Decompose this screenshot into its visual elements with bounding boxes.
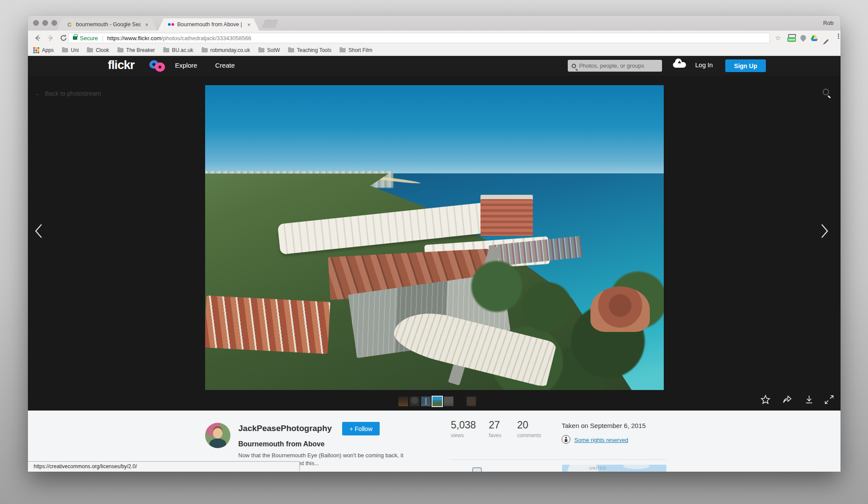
minimize-window-button[interactable] [42, 20, 48, 26]
extension-screenshot-icon[interactable]: new [787, 37, 796, 42]
photo-description-line1: Now that the Bournemouth Eye (Balloon) w… [238, 452, 403, 459]
flickr-header: flickr Explore Create Log In Sign Up [28, 56, 841, 76]
browser-menu-icon[interactable]: ⋮ [835, 35, 838, 43]
apps-grid-icon [33, 47, 39, 53]
bookmark-folder-sotw[interactable]: SotW [258, 47, 280, 53]
donuts-icon [149, 60, 168, 72]
bookmark-folder-clook[interactable]: Clook [87, 47, 109, 53]
tab-close-icon[interactable]: × [145, 22, 148, 28]
search-input[interactable] [579, 62, 653, 69]
thumbnail[interactable] [455, 397, 465, 406]
owner-avatar[interactable] [205, 423, 230, 448]
zoom-window-button[interactable] [51, 20, 57, 26]
photo-sky [205, 85, 664, 180]
share-icon[interactable] [782, 394, 793, 407]
address-bar[interactable]: Secure | https://www.flickr.com/photos/c… [68, 33, 770, 43]
bookmark-folder-teaching-tools[interactable]: Teaching Tools [288, 47, 331, 53]
map-label: UNITED [589, 466, 607, 470]
page-search-icon[interactable] [823, 89, 829, 95]
status-url-text: https://creativecommons.org/licenses/by/… [34, 463, 137, 469]
flickr-search-box[interactable] [568, 60, 662, 72]
chrome-profile-name[interactable]: Rob [823, 20, 834, 26]
extension-eyedropper-icon[interactable] [823, 34, 832, 42]
tab-google-search[interactable]: G bournemouth - Google Search × [57, 18, 157, 31]
photo-title: Bournemouth from Above [238, 440, 325, 448]
photo-red-tower [480, 195, 533, 236]
bookmark-folder-robmunday[interactable]: robmunday.co.uk [202, 47, 250, 53]
bookmark-folder-uni[interactable]: Uni [62, 47, 79, 53]
comments-value: 20 [517, 419, 541, 431]
taken-date: Taken on September 6, 2015 [562, 422, 646, 429]
bookmark-star-icon[interactable]: ☆ [775, 34, 781, 42]
photo-stage: ← Back to photostream [28, 76, 841, 411]
bookmark-folder-the-breaker[interactable]: The Breaker [117, 47, 155, 53]
thumbnail[interactable] [467, 397, 476, 406]
thumbnail[interactable] [398, 397, 408, 406]
extension-drive-icon[interactable] [811, 35, 820, 43]
views-stat: 5,038 views [451, 419, 476, 438]
thumbnail-strip [398, 397, 476, 406]
login-link[interactable]: Log In [695, 62, 713, 69]
page-content: flickr Explore Create Log In Sign Up ← [28, 56, 841, 472]
owner-name[interactable]: JackPeasePhotography [238, 424, 332, 433]
google-favicon-icon: G [66, 21, 73, 28]
bookmark-apps[interactable]: Apps [33, 47, 54, 53]
thumbnail-current[interactable] [432, 397, 442, 406]
new-tab-button[interactable] [262, 20, 278, 28]
secure-label: Secure [80, 35, 98, 41]
faves-value: 27 [489, 419, 501, 431]
back-to-photostream-link[interactable]: ← Back to photostream [35, 90, 101, 97]
url-path: /photos/cathedraljack/33343058566 [161, 35, 251, 41]
desktop: G bournemouth - Google Search × Bournemo… [0, 0, 868, 504]
nav-explore[interactable]: Explore [175, 62, 197, 69]
fullscreen-icon[interactable] [824, 394, 834, 407]
thumbnail[interactable] [444, 397, 453, 406]
back-link-label: Back to photostream [45, 90, 101, 97]
map-landmass [623, 465, 649, 469]
close-window-button[interactable] [33, 20, 39, 26]
extension-pin-icon[interactable] [799, 34, 807, 41]
nav-create[interactable]: Create [215, 62, 235, 69]
folder-icon [62, 48, 68, 52]
signup-button[interactable]: Sign Up [725, 59, 766, 72]
main-photo[interactable] [205, 85, 664, 390]
forward-icon[interactable] [46, 34, 55, 42]
bookmark-label: The Breaker [126, 47, 155, 53]
follow-button[interactable]: + Follow [342, 422, 380, 435]
divider [450, 459, 666, 460]
bookmark-label: Short Film [348, 47, 372, 53]
bookmark-folder-bu-ac-uk[interactable]: BU.ac.uk [163, 47, 193, 53]
folder-icon [87, 48, 93, 52]
status-url-bubble: https://creativecommons.org/licenses/by/… [28, 461, 300, 471]
previous-photo-button[interactable] [33, 223, 45, 239]
folder-icon [340, 48, 346, 52]
license-link[interactable]: Some rights reserved [574, 437, 628, 443]
favorite-star-icon[interactable] [760, 394, 771, 407]
location-map[interactable]: UNITED [562, 465, 666, 472]
folder-icon [202, 48, 208, 52]
tab-flickr-photo[interactable]: Bournemouth from Above | No × [158, 18, 259, 31]
secure-lock-icon [73, 36, 77, 40]
back-icon[interactable] [33, 34, 42, 42]
download-icon[interactable] [804, 394, 814, 407]
upload-cloud-icon[interactable] [673, 62, 686, 68]
tab-title: Bournemouth from Above | No [177, 21, 243, 28]
browser-toolbar: Secure | https://www.flickr.com/photos/c… [28, 31, 841, 45]
partial-comment-icon [472, 467, 482, 472]
thumbnail[interactable] [421, 397, 431, 406]
next-photo-button[interactable] [819, 223, 830, 239]
faves-stat: 27 faves [489, 419, 501, 438]
tab-close-icon[interactable]: × [247, 22, 250, 28]
flickr-favicon-icon [168, 21, 174, 28]
flickr-logo[interactable]: flickr [108, 58, 134, 72]
thumbnail[interactable] [410, 397, 419, 406]
browser-window: G bournemouth - Google Search × Bournemo… [28, 16, 841, 472]
tab-strip: G bournemouth - Google Search × Bournemo… [28, 16, 841, 31]
reload-icon[interactable] [59, 34, 68, 42]
creative-commons-icon [562, 435, 570, 444]
back-arrow-icon: ← [35, 90, 41, 97]
bookmark-folder-short-film[interactable]: Short Film [340, 47, 372, 53]
bookmarks-bar: Apps Uni Clook The Breaker BU.ac.uk robm… [28, 45, 841, 55]
tab-title: bournemouth - Google Search [76, 21, 141, 28]
photo-pavilion [590, 287, 650, 332]
